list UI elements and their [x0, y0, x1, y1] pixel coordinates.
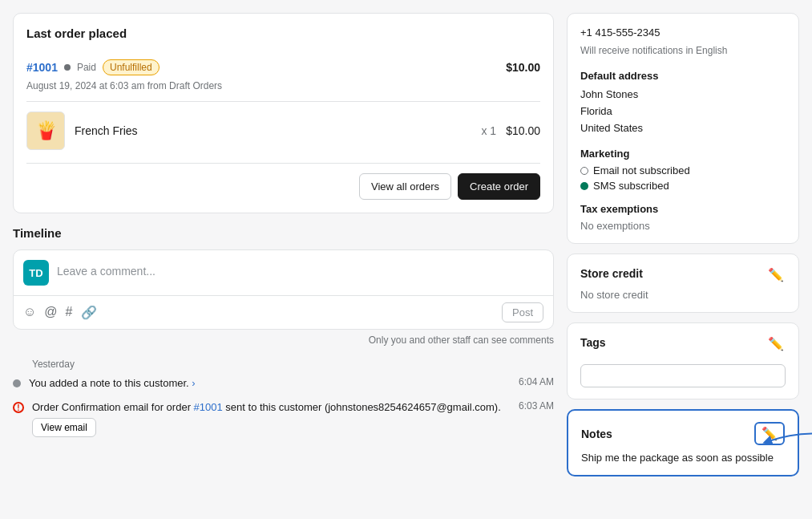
create-order-button[interactable]: Create order [458, 173, 540, 200]
last-order-card: Last order placed #1001 Paid Unfulfilled… [13, 13, 554, 213]
store-credit-value: No store credit [580, 289, 786, 301]
email-marketing-row: Email not subscribed [580, 164, 786, 176]
item-thumbnail: 🍟 [26, 112, 65, 150]
link-icon[interactable]: 🔗 [81, 305, 97, 320]
event-2-time: 6:03 AM [511, 400, 554, 412]
notification-language: Will receive notifications in English [580, 43, 786, 59]
comment-box: TD Leave a comment... ☺ @ # 🔗 Post [13, 249, 554, 330]
hashtag-icon[interactable]: # [66, 305, 73, 320]
tags-title: Tags [580, 336, 606, 349]
timeline-section: Timeline TD Leave a comment... ☺ @ # 🔗 P… [13, 226, 554, 448]
address-country: United States [580, 120, 786, 137]
tags-edit-button[interactable]: ✏️ [766, 335, 786, 353]
notes-title: Notes [581, 428, 612, 440]
post-button[interactable]: Post [502, 302, 543, 322]
tax-exemptions-title: Tax exemptions [580, 203, 786, 215]
paid-badge: Paid [77, 62, 96, 73]
event-1-time: 6:04 AM [511, 376, 554, 387]
arrow-annotation [759, 430, 812, 456]
store-credit-card: Store credit ✏️ No store credit [567, 253, 799, 313]
store-credit-title: Store credit [580, 267, 643, 280]
address-state: Florida [580, 103, 786, 120]
notes-container: Notes ✏️ Ship me the package as soon as … [567, 409, 799, 476]
event-2-text: Order Confirmation email for order #1001… [32, 401, 501, 413]
timeline-event-2: ! Order Confirmation email for order #10… [13, 400, 554, 437]
order-number-link[interactable]: #1001 [26, 61, 58, 74]
sms-dot [580, 182, 588, 190]
last-order-title: Last order placed [26, 26, 127, 40]
blue-arrow-svg [759, 430, 812, 454]
event-1-text: You added a note to this customer. › [29, 377, 196, 389]
event-dot-1 [13, 379, 21, 387]
contact-card: +1 415-555-2345 Will receive notificatio… [567, 13, 799, 244]
default-address-title: Default address [580, 70, 786, 82]
order-amount: $10.00 [506, 61, 540, 74]
unfulfilled-badge: Unfulfilled [103, 59, 160, 75]
store-credit-edit-button[interactable]: ✏️ [766, 266, 786, 284]
email-marketing-label: Email not subscribed [593, 164, 690, 176]
event-2-order-link[interactable]: #1001 [194, 401, 223, 413]
sms-marketing-label: SMS subscribed [593, 180, 669, 192]
tags-input[interactable] [580, 364, 786, 387]
emoji-icon[interactable]: ☺ [23, 305, 36, 320]
view-email-button[interactable]: View email [32, 418, 96, 437]
tax-exemptions-value: No exemptions [580, 220, 786, 232]
view-all-orders-button[interactable]: View all orders [359, 173, 451, 200]
sms-marketing-row: SMS subscribed [580, 180, 786, 192]
phone-number: +1 415-555-2345 [580, 25, 786, 42]
mention-icon[interactable]: @ [44, 305, 57, 320]
paid-dot [64, 64, 71, 71]
timeline-title: Timeline [13, 226, 554, 240]
address-name: John Stones [580, 87, 786, 103]
item-price: $10.00 [506, 124, 540, 137]
marketing-title: Marketing [580, 148, 786, 160]
user-avatar: TD [23, 260, 49, 286]
item-name: French Fries [75, 124, 471, 137]
timeline-date: Yesterday [13, 359, 554, 370]
comment-placeholder[interactable]: Leave a comment... [57, 260, 543, 278]
timeline-event-1: You added a note to this customer. › 6:0… [13, 376, 554, 389]
tags-card: Tags ✏️ [567, 322, 799, 399]
notes-text: Ship me the package as soon as possible [581, 452, 785, 464]
timeline-events: Yesterday You added a note to this custo… [13, 359, 554, 437]
order-date: August 19, 2024 at 6:03 am from Draft Or… [26, 80, 540, 91]
item-qty: x 1 [481, 124, 496, 137]
event-1-arrow[interactable]: › [192, 377, 195, 389]
event-dot-warning: ! [13, 402, 24, 413]
staff-note: Only you and other staff can see comment… [13, 335, 554, 346]
email-dot [580, 167, 588, 175]
